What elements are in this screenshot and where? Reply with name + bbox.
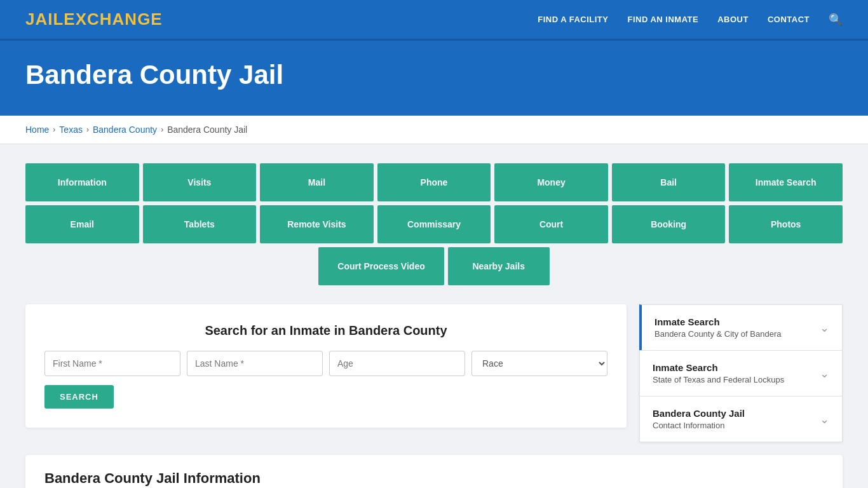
btn-booking[interactable]: Booking [612, 205, 726, 243]
btn-information[interactable]: Information [25, 163, 139, 201]
sidebar-card-0-text: Inmate Search Bandera County & City of B… [654, 316, 781, 339]
btn-visits[interactable]: Visits [143, 163, 257, 201]
name-row: Race White Black Hispanic Asian Other [44, 351, 607, 376]
sidebar-card-1-text: Inmate Search State of Texas and Federal… [653, 362, 784, 384]
logo-jail: JAIL [25, 10, 64, 29]
sidebar-card-0-subtitle: Bandera County & City of Bandera [654, 329, 781, 339]
age-input[interactable] [329, 351, 465, 376]
sidebar-card-2[interactable]: Bandera County Jail Contact Information … [639, 396, 843, 442]
btn-remote-visits[interactable]: Remote Visits [260, 205, 374, 243]
nav-about[interactable]: ABOUT [717, 15, 749, 24]
btn-mail[interactable]: Mail [260, 163, 374, 201]
nav-find-facility[interactable]: FIND A FACILITY [538, 15, 608, 24]
btn-tablets[interactable]: Tablets [143, 205, 257, 243]
breadcrumb-bandera-county[interactable]: Bandera County [93, 125, 157, 135]
sidebar-card-1-subtitle: State of Texas and Federal Lockups [653, 375, 784, 384]
chevron-down-icon-2: ⌄ [820, 412, 829, 426]
bottom-info-card: Bandera County Jail Information [25, 455, 843, 488]
breadcrumb-sep-2: › [86, 125, 89, 134]
page-title: Bandera County Jail [25, 60, 843, 90]
chevron-down-icon-0: ⌄ [820, 321, 829, 335]
btn-bail[interactable]: Bail [612, 163, 726, 201]
nav-contact[interactable]: CONTACT [768, 15, 810, 24]
btn-money[interactable]: Money [494, 163, 608, 201]
main-nav: FIND A FACILITY FIND AN INMATE ABOUT CON… [538, 13, 843, 27]
bottom-info-title: Bandera County Jail Information [44, 470, 824, 487]
main-content: Information Visits Mail Phone Money Bail… [0, 144, 868, 488]
logo[interactable]: JAILEXCHANGE [25, 10, 163, 29]
btn-phone[interactable]: Phone [377, 163, 491, 201]
search-form-card: Search for an Inmate in Bandera County R… [25, 304, 627, 428]
sidebar-card-1[interactable]: Inmate Search State of Texas and Federal… [639, 350, 843, 396]
sidebar-card-0-title: Inmate Search [654, 316, 781, 327]
btn-nearby-jails[interactable]: Nearby Jails [448, 247, 550, 285]
logo-exchange: EXCHANGE [64, 10, 162, 29]
sidebar-card-0[interactable]: Inmate Search Bandera County & City of B… [639, 304, 843, 350]
sidebar-card-1-title: Inmate Search [653, 362, 784, 373]
breadcrumb-bar: Home › Texas › Bandera County › Bandera … [0, 116, 868, 144]
btn-email[interactable]: Email [25, 205, 139, 243]
btn-court[interactable]: Court [494, 205, 608, 243]
btn-court-process-video[interactable]: Court Process Video [318, 247, 444, 285]
breadcrumb-home[interactable]: Home [25, 125, 49, 135]
breadcrumb: Home › Texas › Bandera County › Bandera … [25, 125, 843, 135]
grid-row-2: Email Tablets Remote Visits Commissary C… [25, 205, 843, 243]
first-name-input[interactable] [44, 351, 180, 376]
breadcrumb-sep-1: › [53, 125, 55, 134]
grid-row-1: Information Visits Mail Phone Money Bail… [25, 163, 843, 201]
breadcrumb-current: Bandera County Jail [167, 125, 247, 135]
bottom-section: Search for an Inmate in Bandera County R… [25, 304, 843, 442]
search-button[interactable]: SEARCH [44, 385, 114, 409]
header: JAILEXCHANGE FIND A FACILITY FIND AN INM… [0, 0, 868, 41]
nav-find-inmate[interactable]: FIND AN INMATE [627, 15, 698, 24]
btn-photos[interactable]: Photos [729, 205, 843, 243]
btn-commissary[interactable]: Commissary [377, 205, 491, 243]
btn-inmate-search[interactable]: Inmate Search [729, 163, 843, 201]
breadcrumb-texas[interactable]: Texas [59, 125, 83, 135]
breadcrumb-sep-3: › [161, 125, 163, 134]
grid-row-3: Court Process Video Nearby Jails [25, 247, 843, 285]
last-name-input[interactable] [187, 351, 323, 376]
race-select[interactable]: Race White Black Hispanic Asian Other [471, 351, 607, 376]
search-form-title: Search for an Inmate in Bandera County [44, 323, 607, 338]
sidebar-card-2-title: Bandera County Jail [653, 408, 745, 419]
hero-section: Bandera County Jail [0, 41, 868, 116]
sidebar-card-2-subtitle: Contact Information [653, 421, 745, 430]
sidebar-card-2-text: Bandera County Jail Contact Information [653, 408, 745, 430]
header-search-button[interactable]: 🔍 [829, 13, 843, 27]
chevron-down-icon-1: ⌄ [820, 367, 829, 381]
sidebar-cards: Inmate Search Bandera County & City of B… [639, 304, 843, 442]
